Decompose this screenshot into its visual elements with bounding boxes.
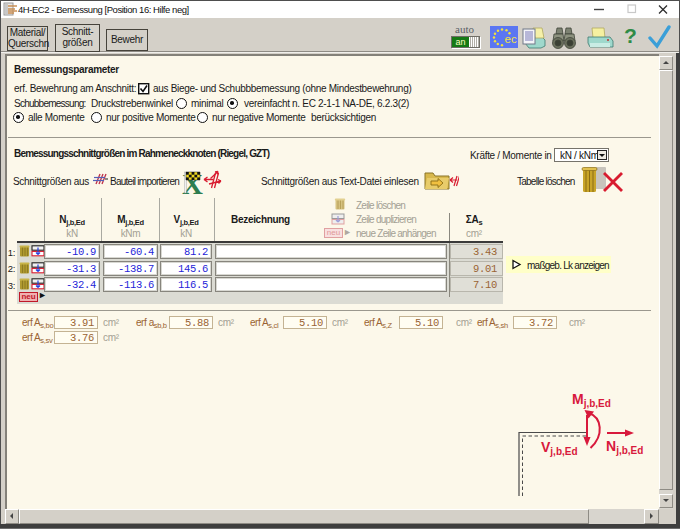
svg-text:Mj,b,Ed: Mj,b,Ed	[572, 391, 611, 409]
svg-text:ec: ec	[505, 33, 517, 45]
svg-text:Vj,b,Ed: Vj,b,Ed	[541, 439, 578, 457]
svg-text:Nj,b,Ed: Nj,b,Ed	[606, 438, 643, 456]
